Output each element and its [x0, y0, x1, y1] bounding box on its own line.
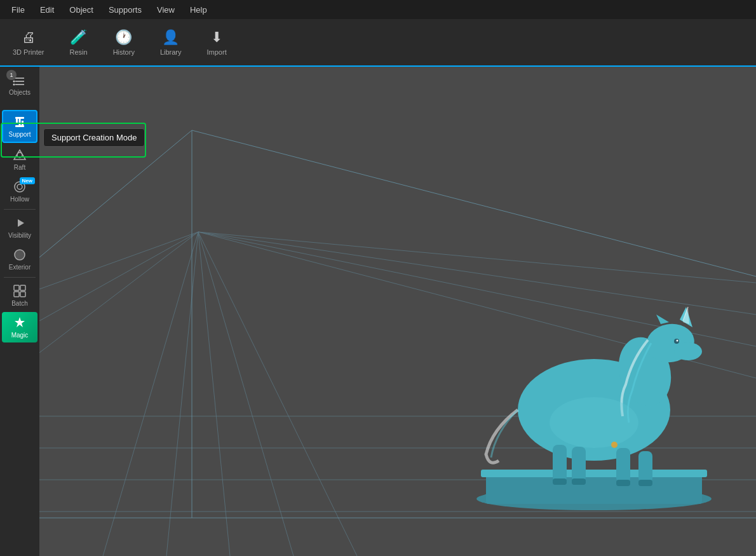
svg-point-62 [677, 340, 678, 342]
menu-object[interactable]: Object [63, 4, 100, 16]
svg-marker-24 [18, 219, 24, 227]
svg-rect-69 [553, 478, 567, 485]
svg-point-23 [17, 184, 22, 189]
sidebar-visibility-label: Visibility [8, 232, 31, 239]
sidebar-raft-label: Raft [14, 164, 25, 171]
sidebar-magic[interactable]: Magic [2, 312, 37, 342]
support-tooltip: Support Creation Mode [43, 128, 145, 147]
toolbar-library-label: Library [160, 48, 182, 56]
svg-rect-53 [481, 470, 707, 477]
svg-point-14 [13, 84, 15, 86]
sidebar-raft[interactable]: Raft [2, 144, 37, 175]
svg-rect-70 [572, 478, 586, 485]
objects-panel[interactable]: 1 Objects [0, 67, 39, 105]
toolbar-history-label: History [113, 48, 135, 56]
sidebar-support-label: Support [8, 131, 30, 138]
toolbar-import[interactable]: ⬇ Import [201, 25, 233, 60]
sidebar-batch[interactable]: Batch [2, 280, 37, 311]
svg-rect-27 [20, 285, 25, 290]
magic-icon [13, 316, 27, 330]
svg-rect-29 [20, 292, 25, 297]
svg-line-38 [198, 232, 357, 556]
toolbar-3d-printer-label: 3D Printer [13, 48, 44, 56]
history-icon: 🕐 [115, 29, 132, 46]
svg-rect-63 [616, 448, 630, 483]
svg-rect-52 [486, 473, 702, 504]
svg-line-32 [39, 232, 198, 321]
batch-icon [13, 284, 27, 298]
sidebar-batch-label: Batch [11, 300, 28, 307]
svg-rect-67 [616, 480, 630, 486]
menu-file[interactable]: File [5, 4, 31, 16]
svg-marker-60 [656, 315, 669, 324]
viewport-3d[interactable] [39, 67, 756, 556]
menu-help[interactable]: Help [184, 4, 213, 16]
svg-line-31 [39, 232, 198, 289]
svg-rect-19 [22, 121, 24, 125]
menu-bar: File Edit Object Supports View Help [0, 0, 756, 19]
svg-rect-16 [15, 125, 24, 127]
objects-label: Objects [9, 89, 30, 96]
import-icon: ⬇ [211, 29, 222, 46]
sidebar-exterior-label: Exterior [9, 264, 30, 271]
toolbar-import-label: Import [207, 48, 227, 56]
svg-rect-68 [638, 480, 652, 486]
svg-line-33 [39, 232, 198, 353]
visibility-icon [13, 216, 27, 230]
sidebar-exterior[interactable]: Exterior [2, 244, 37, 275]
main-toolbar: 🖨 3D Printer 🧪 Resin 🕐 History 👤 Library… [0, 19, 756, 67]
svg-rect-26 [14, 285, 19, 290]
svg-line-50 [39, 130, 192, 257]
sidebar-divider-1 [4, 209, 36, 210]
sidebar-divider-2 [4, 277, 36, 278]
exterior-icon [13, 248, 27, 262]
svg-line-34 [198, 232, 230, 556]
resin-icon: 🧪 [70, 29, 87, 46]
left-sidebar: Support Raft New Hollow Visibility Exter… [0, 105, 39, 556]
menu-view[interactable]: View [151, 4, 181, 16]
svg-line-37 [103, 232, 198, 556]
svg-rect-64 [638, 451, 652, 483]
svg-rect-17 [19, 119, 21, 125]
svg-line-35 [198, 232, 294, 556]
svg-point-25 [15, 250, 25, 260]
svg-rect-28 [14, 292, 19, 297]
svg-point-13 [13, 81, 15, 83]
svg-point-71 [550, 397, 638, 448]
svg-point-73 [611, 442, 618, 448]
svg-point-57 [674, 342, 702, 360]
menu-edit[interactable]: Edit [34, 4, 60, 16]
library-icon: 👤 [162, 29, 179, 46]
sidebar-hollow[interactable]: New Hollow [2, 176, 37, 207]
printer-icon: 🖨 [22, 29, 36, 46]
svg-point-21 [17, 153, 22, 158]
toolbar-3d-printer[interactable]: 🖨 3D Printer [6, 25, 51, 60]
toolbar-resin[interactable]: 🧪 Resin [64, 25, 94, 60]
sidebar-visibility[interactable]: Visibility [2, 212, 37, 243]
svg-rect-65 [553, 445, 567, 482]
sidebar-support[interactable]: Support [2, 110, 37, 143]
svg-rect-15 [15, 117, 24, 119]
toolbar-history[interactable]: 🕐 History [107, 25, 141, 60]
svg-rect-18 [16, 119, 18, 123]
svg-rect-66 [572, 447, 586, 482]
objects-count-badge: 1 [6, 70, 17, 80]
sidebar-magic-label: Magic [11, 332, 29, 339]
svg-marker-30 [15, 317, 25, 327]
sidebar-hollow-label: Hollow [10, 196, 29, 203]
support-icon [13, 115, 27, 129]
toolbar-resin-label: Resin [70, 48, 88, 56]
menu-supports[interactable]: Supports [102, 4, 148, 16]
unicorn-model [454, 251, 746, 524]
toolbar-library[interactable]: 👤 Library [154, 25, 188, 60]
hollow-new-badge: New [20, 177, 35, 184]
raft-icon [13, 148, 27, 162]
svg-line-36 [166, 232, 198, 556]
